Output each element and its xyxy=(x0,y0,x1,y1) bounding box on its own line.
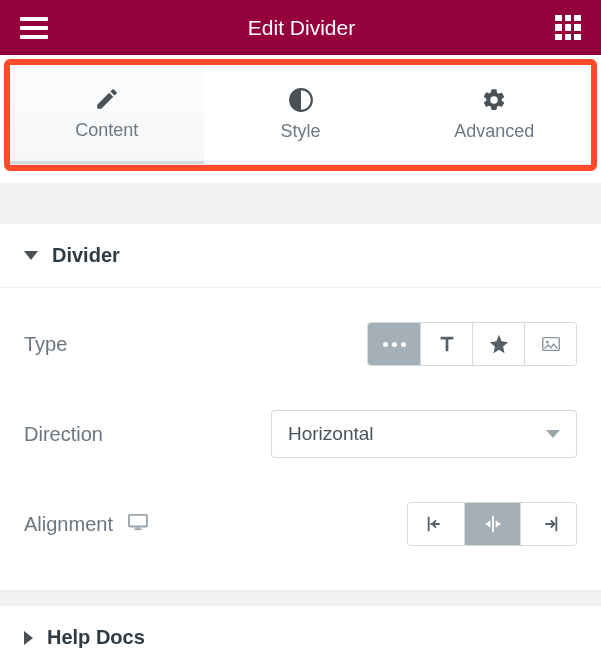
tab-style-label: Style xyxy=(280,121,320,142)
align-option-right[interactable] xyxy=(520,503,576,545)
tabs-container: Content Style Advanced xyxy=(0,55,601,183)
responsive-desktop-icon[interactable] xyxy=(127,513,149,536)
chevron-down-icon xyxy=(546,430,560,438)
tab-advanced[interactable]: Advanced xyxy=(397,65,591,164)
star-icon xyxy=(488,333,510,355)
pencil-icon xyxy=(94,86,120,112)
hamburger-icon[interactable] xyxy=(20,17,48,39)
row-type: Type xyxy=(24,300,577,388)
row-alignment: Alignment xyxy=(24,480,577,568)
type-option-image[interactable] xyxy=(524,323,576,365)
tab-content[interactable]: Content xyxy=(10,65,204,164)
image-icon xyxy=(540,333,562,355)
type-option-icon[interactable] xyxy=(472,323,524,365)
type-option-none[interactable] xyxy=(368,323,420,365)
spacer xyxy=(0,183,601,223)
label-alignment-text: Alignment xyxy=(24,513,113,536)
svg-rect-3 xyxy=(129,514,147,526)
align-left-icon xyxy=(425,513,447,535)
align-center-icon xyxy=(482,513,504,535)
section-help-docs-header[interactable]: Help Docs xyxy=(0,606,601,663)
align-option-center[interactable] xyxy=(464,503,520,545)
align-right-icon xyxy=(538,513,560,535)
section-help-docs-title: Help Docs xyxy=(47,626,145,649)
row-direction: Direction Horizontal xyxy=(24,388,577,480)
section-divider-controls: Type Direction Horizontal xyxy=(0,287,601,590)
spacer xyxy=(0,591,601,605)
section-divider: Divider Type Direction xyxy=(0,223,601,591)
panel-title: Edit Divider xyxy=(48,16,555,40)
gear-icon xyxy=(481,87,507,113)
ellipsis-icon xyxy=(383,342,406,347)
text-icon xyxy=(436,333,458,355)
align-option-left[interactable] xyxy=(408,503,464,545)
label-direction: Direction xyxy=(24,423,103,446)
widgets-grid-icon[interactable] xyxy=(555,15,581,41)
tab-content-label: Content xyxy=(75,120,138,141)
tab-style[interactable]: Style xyxy=(204,65,398,164)
label-type: Type xyxy=(24,333,67,356)
direction-selected: Horizontal xyxy=(288,423,374,445)
type-options xyxy=(367,322,577,366)
tab-advanced-label: Advanced xyxy=(454,121,534,142)
contrast-icon xyxy=(288,87,314,113)
alignment-options xyxy=(407,502,577,546)
section-divider-header[interactable]: Divider xyxy=(0,224,601,287)
panel-header: Edit Divider xyxy=(0,0,601,55)
direction-select[interactable]: Horizontal xyxy=(271,410,577,458)
svg-point-2 xyxy=(545,341,548,344)
caret-right-icon xyxy=(24,631,33,645)
section-help-docs: Help Docs xyxy=(0,605,601,663)
type-option-text[interactable] xyxy=(420,323,472,365)
caret-down-icon xyxy=(24,251,38,260)
section-divider-title: Divider xyxy=(52,244,120,267)
label-alignment: Alignment xyxy=(24,513,149,536)
